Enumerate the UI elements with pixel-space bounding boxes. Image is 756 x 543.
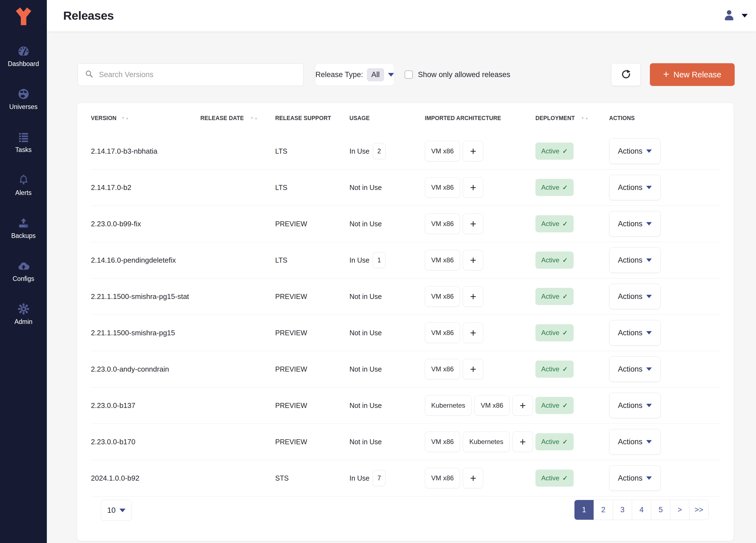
- admin-gear-icon: [17, 303, 30, 315]
- architecture-pill: VM x86: [425, 359, 460, 379]
- sidebar-item-backups[interactable]: Backups: [0, 216, 47, 239]
- configs-cloud-upload-icon: [17, 259, 30, 272]
- add-architecture-button[interactable]: +: [463, 177, 483, 198]
- check-icon: ✓: [562, 475, 568, 482]
- user-menu[interactable]: [723, 9, 748, 23]
- actions-button[interactable]: Actions: [609, 429, 661, 455]
- check-icon: ✓: [562, 147, 568, 155]
- usage-text: Not in Use: [349, 365, 382, 373]
- release-support-text: LTS: [275, 256, 287, 264]
- architecture-pill: VM x86: [425, 250, 460, 270]
- version-text: 2.23.0.0-b137: [91, 401, 135, 410]
- chevron-down-icon: [646, 258, 652, 262]
- check-icon: ✓: [562, 293, 568, 300]
- column-header-date[interactable]: RELEASE DATE ▼▲: [200, 114, 275, 122]
- column-header-actions: ACTIONS: [609, 114, 720, 122]
- page-size-dropdown[interactable]: 10: [101, 500, 132, 521]
- usage-text: Not in Use: [349, 402, 382, 410]
- release-support-text: PREVIEW: [275, 220, 307, 228]
- pagination-next-button[interactable]: >: [670, 500, 689, 520]
- deployment-status-badge: Active ✓: [535, 215, 574, 232]
- deployment-status-label: Active: [541, 256, 559, 264]
- pagination-page-button[interactable]: 4: [632, 500, 651, 520]
- actions-button[interactable]: Actions: [609, 393, 661, 418]
- actions-button[interactable]: Actions: [609, 138, 661, 164]
- show-allowed-checkbox[interactable]: [405, 70, 413, 79]
- add-architecture-button[interactable]: +: [463, 213, 483, 234]
- new-release-label: New Release: [673, 70, 721, 79]
- pagination-page-button[interactable]: 2: [594, 500, 613, 520]
- actions-button[interactable]: Actions: [609, 284, 661, 309]
- table-row: 2.23.0.0-b99-fix PREVIEW Not in Use VM x…: [91, 206, 720, 242]
- architecture-pill: VM x86: [425, 323, 460, 343]
- release-type-dropdown[interactable]: Release Type: All: [315, 63, 395, 86]
- deployment-status-label: Active: [541, 183, 559, 191]
- architecture-cell: VM x86Kubernetes+: [425, 432, 535, 452]
- add-architecture-button[interactable]: +: [512, 432, 533, 452]
- chevron-down-icon: [646, 476, 652, 480]
- chevron-down-icon: [646, 295, 652, 298]
- backups-upload-icon: [17, 216, 30, 229]
- column-header-arch: IMPORTED ARCHITECTURE: [425, 114, 535, 122]
- search-box: [78, 63, 304, 86]
- add-architecture-button[interactable]: +: [512, 395, 533, 416]
- chevron-down-icon: [646, 440, 652, 444]
- check-icon: ✓: [562, 256, 568, 264]
- architecture-pill: VM x86: [425, 213, 460, 234]
- column-sort-icon[interactable]: ▼▲: [250, 116, 259, 120]
- pagination-page-button[interactable]: 3: [613, 500, 632, 520]
- sidebar-item-alerts[interactable]: Alerts: [0, 173, 47, 197]
- table-row: 2.14.17.0-b3-nbhatia LTS In Use2 VM x86+…: [91, 133, 720, 169]
- add-architecture-button[interactable]: +: [463, 468, 483, 488]
- actions-button[interactable]: Actions: [609, 247, 661, 273]
- usage-text: Not in Use: [349, 438, 382, 446]
- usage-text: Not in Use: [349, 329, 382, 337]
- refresh-button[interactable]: [611, 63, 641, 86]
- sidebar-item-dashboard[interactable]: Dashboard: [0, 45, 47, 68]
- actions-button-label: Actions: [618, 365, 643, 374]
- table-row: 2.14.17.0-b2 LTS Not in Use VM x86+ Acti…: [91, 169, 720, 206]
- deployment-status-badge: Active ✓: [535, 179, 574, 196]
- actions-button[interactable]: Actions: [609, 465, 661, 491]
- column-sort-icon[interactable]: ▼▲: [121, 116, 129, 120]
- pagination-last-button[interactable]: >>: [689, 500, 708, 520]
- deployment-status-label: Active: [541, 402, 559, 409]
- actions-button[interactable]: Actions: [609, 211, 661, 236]
- release-type-value: All: [367, 68, 384, 81]
- sidebar-item-configs[interactable]: Configs: [0, 259, 47, 283]
- user-icon: [723, 9, 735, 23]
- architecture-pill: VM x86: [425, 177, 460, 198]
- yugabyte-logo[interactable]: [12, 6, 35, 29]
- pagination-page-button[interactable]: 1: [574, 500, 594, 520]
- sidebar-item-label: Dashboard: [8, 60, 39, 68]
- column-sort-icon[interactable]: ▼▲: [581, 116, 589, 120]
- add-architecture-button[interactable]: +: [463, 323, 483, 343]
- sidebar-item-universes[interactable]: Universes: [0, 88, 47, 111]
- top-bar: Releases: [47, 0, 756, 31]
- architecture-cell: VM x86+: [425, 323, 535, 343]
- actions-button[interactable]: Actions: [609, 175, 661, 200]
- main-content: Release Type: All Show only allowed rele…: [47, 31, 756, 543]
- actions-button[interactable]: Actions: [609, 356, 661, 382]
- sidebar-nav: Dashboard Universes Tasks Alerts Backups…: [0, 45, 47, 326]
- add-architecture-button[interactable]: +: [463, 359, 483, 379]
- add-architecture-button[interactable]: +: [463, 250, 483, 270]
- search-input[interactable]: [99, 70, 297, 79]
- toolbar: Release Type: All Show only allowed rele…: [78, 63, 735, 86]
- actions-button[interactable]: Actions: [609, 320, 661, 346]
- add-architecture-button[interactable]: +: [463, 141, 483, 161]
- actions-button-label: Actions: [618, 474, 643, 483]
- sidebar-item-admin[interactable]: Admin: [0, 303, 47, 326]
- new-release-button[interactable]: + New Release: [650, 63, 735, 86]
- table-row: 2.21.1.1500-smishra-pg15-stat PREVIEW No…: [91, 279, 720, 315]
- architecture-cell: VM x86+: [425, 213, 535, 234]
- actions-button-label: Actions: [618, 329, 643, 337]
- column-header-label: RELEASE SUPPORT: [275, 114, 331, 122]
- column-header-version[interactable]: VERSION ▼▲: [91, 114, 200, 122]
- release-support-text: PREVIEW: [275, 438, 307, 446]
- sidebar-item-tasks[interactable]: Tasks: [0, 131, 47, 154]
- column-header-deploy[interactable]: DEPLOYMENT ▼▲: [535, 114, 609, 122]
- pagination-page-button[interactable]: 5: [651, 500, 670, 520]
- usage-text: In Use: [349, 256, 369, 264]
- add-architecture-button[interactable]: +: [463, 286, 483, 307]
